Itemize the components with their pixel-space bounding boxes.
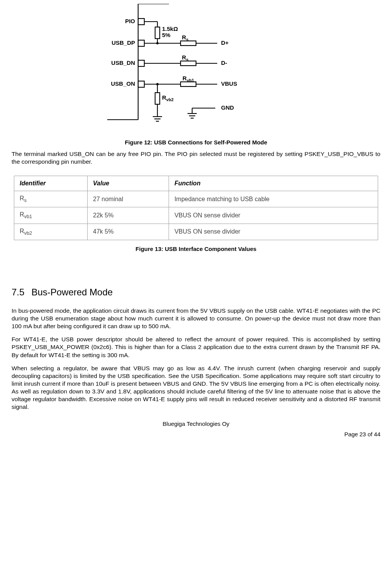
label-r15k: 1.5kΩ [162, 25, 178, 32]
svg-rect-17 [138, 81, 144, 87]
usb-schematic: .w { stroke:#000; stroke-width:2.2; fill… [100, 4, 292, 131]
table-row: Rvb247k 5%VBUS ON sense divider [14, 224, 378, 240]
svg-rect-6 [155, 27, 160, 39]
label-pio: PIO [125, 18, 135, 24]
cell-function: Impedance matching to USB cable [169, 191, 378, 207]
cell-value: 27 nominal [88, 191, 169, 207]
figure13-caption: Figure 13: USB Interface Component Value… [12, 246, 380, 252]
th-value: Value [88, 176, 169, 191]
th-identifier: Identifier [14, 176, 88, 191]
table-row: Rs27 nominalImpedance matching to USB ca… [14, 191, 378, 207]
cell-identifier: Rvb1 [14, 207, 88, 224]
cell-value: 22k 5% [88, 207, 169, 224]
section-number: 7.5 [12, 287, 24, 298]
svg-rect-3 [138, 19, 144, 25]
paragraph-bus-3: When selecting a regulator, be aware tha… [12, 364, 380, 411]
section-title: Bus-Powered Mode [31, 287, 113, 297]
svg-rect-13 [138, 60, 144, 66]
section-heading: 7.5Bus-Powered Mode [12, 287, 380, 298]
label-vbus: VBUS [221, 80, 237, 87]
label-dplus: D+ [221, 39, 229, 46]
label-dminus: D- [221, 59, 227, 66]
component-table: Identifier Value Function Rs27 nominalIm… [14, 176, 378, 240]
th-function: Function [169, 176, 378, 191]
figure12-caption: Figure 12: USB Connections for Self-Powe… [12, 139, 380, 146]
label-usb-dp: USB_DP [112, 39, 135, 46]
paragraph-usb-on: The terminal marked USB_ON can be any fr… [12, 150, 380, 166]
svg-point-10 [156, 42, 159, 44]
paragraph-bus-2: For WT41-E, the USB power descriptor sho… [12, 336, 380, 359]
cell-value: 47k 5% [88, 224, 169, 240]
svg-rect-8 [138, 40, 144, 46]
label-gnd: GND [221, 104, 234, 111]
cell-identifier: Rvb2 [14, 224, 88, 240]
paragraph-bus-1: In bus-powered mode, the application cir… [12, 307, 380, 330]
label-usb-dn: USB_DN [111, 59, 135, 66]
cell-identifier: Rs [14, 191, 88, 207]
footer-company: Bluegiga Technologies Oy [12, 420, 380, 427]
svg-rect-23 [155, 93, 160, 104]
cell-function: VBUS ON sense divider [169, 207, 378, 224]
footer-page-number: Page 23 of 44 [12, 431, 380, 437]
label-usb-on: USB_ON [111, 80, 135, 87]
label-rvb2: Rvb2 [162, 94, 174, 102]
cell-function: VBUS ON sense divider [169, 224, 378, 240]
label-r15k-tol: 5% [162, 32, 171, 38]
table-row: Rvb122k 5%VBUS ON sense divider [14, 207, 378, 224]
